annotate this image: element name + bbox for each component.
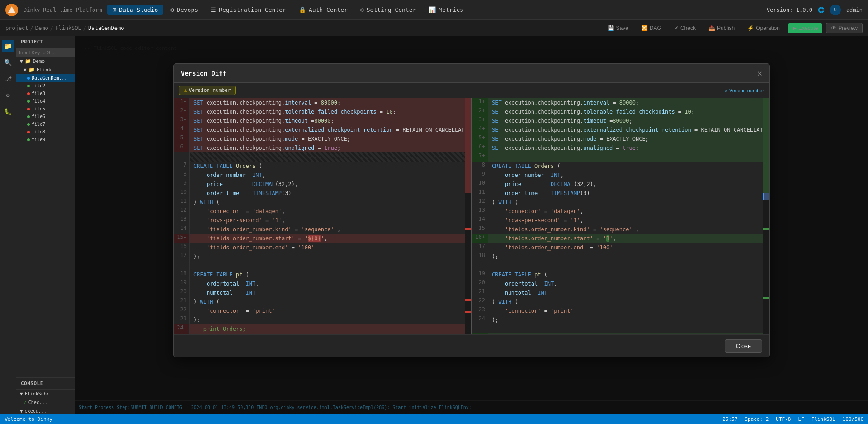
- nav-right: Version: 1.0.0 🌐 U admin: [767, 5, 863, 15]
- code-line: 16+ 'fields.order_number.start' = '1',: [472, 234, 763, 243]
- modal-toolbar: ⚠ Version number ○ Version number: [174, 83, 769, 98]
- publish-button[interactable]: 📤 Publish: [704, 23, 739, 33]
- execute-button[interactable]: ▶ Execute: [788, 23, 822, 33]
- operation-button[interactable]: ⚡ Operation: [743, 23, 784, 33]
- code-line: 19 CREATE TABLE pt (: [472, 270, 763, 279]
- code-line: 14 'fields.order_number.kind' = 'sequenc…: [174, 225, 465, 234]
- cursor-position: 25:57: [722, 416, 737, 422]
- code-line: 25+ insert into pt select 1 as ordertota…: [472, 333, 763, 334]
- tree-file9[interactable]: file9: [16, 136, 75, 143]
- breadcrumb-flinksql[interactable]: FlinkSQL: [55, 25, 81, 31]
- sidebar-icon-debug[interactable]: 🐛: [2, 105, 14, 118]
- tree-file8[interactable]: file8: [16, 128, 75, 136]
- warning-icon: ⚠: [184, 87, 187, 93]
- version-number-right-button[interactable]: ○ Version number: [724, 88, 764, 93]
- tree-flink[interactable]: ▼ 📁 Flink: [16, 66, 75, 74]
- save-button[interactable]: 💾 Save: [603, 23, 633, 33]
- code-line: 17 'fields.order_number.end' = '100': [472, 243, 763, 252]
- main-layout: 📁 🔍 ⎇ ⚙ 🐛 ⬡ Project ▼ 📁 Demo ▼ 📁 Flink D…: [0, 36, 868, 424]
- version-label: Version: 1.0.0: [767, 7, 812, 13]
- search-input[interactable]: [16, 48, 75, 57]
- modal-close-button[interactable]: ✕: [757, 68, 762, 78]
- user-avatar[interactable]: U: [830, 5, 841, 15]
- tree-file4[interactable]: file4: [16, 97, 75, 105]
- close-button[interactable]: Close: [725, 339, 762, 353]
- code-line: 4+ SET execution.checkpointing.externali…: [472, 125, 763, 134]
- tree-file3[interactable]: file3: [16, 90, 75, 97]
- app-logo: [5, 4, 18, 16]
- nav-auth[interactable]: 🔒 Auth Center: [293, 5, 353, 15]
- code-line: 15 'fields.order_number.kind' = 'sequenc…: [472, 225, 763, 234]
- code-line: 3+ SET execution.checkpointing.timeout =…: [472, 116, 763, 125]
- sidebar-icons: 📁 🔍 ⎇ ⚙ 🐛 ⬡: [0, 36, 16, 424]
- console-check[interactable]: ✓ Chec...: [16, 398, 75, 407]
- tree-file5[interactable]: file5: [16, 105, 75, 113]
- project-panel: Project ▼ 📁 Demo ▼ 📁 Flink DataGenDem...…: [16, 36, 75, 424]
- code-line: [472, 261, 763, 270]
- modal-header: Version Diff ✕: [174, 64, 769, 83]
- sidebar-icon-settings[interactable]: ⚙: [2, 89, 14, 101]
- top-nav: Dinky Real-time Platform ⊞ Data Studio ⚙…: [0, 0, 868, 20]
- dag-button[interactable]: 🔀 DAG: [637, 23, 666, 33]
- diff-panel-right[interactable]: 1+ SET execution.checkpointing.interval …: [472, 98, 769, 334]
- code-line: 20 numtotal INT: [174, 288, 465, 297]
- tree-datagendem[interactable]: DataGenDem...: [16, 74, 75, 82]
- nav-setting[interactable]: ⚙ Setting Center: [355, 5, 421, 15]
- breadcrumb-project[interactable]: project: [5, 25, 28, 31]
- code-line: 16 'fields.order_number.end' = '100': [174, 243, 465, 252]
- code-line: [174, 261, 465, 270]
- nav-devops[interactable]: ⚙ Devops: [165, 5, 203, 15]
- preview-button[interactable]: 👁 Preview: [826, 23, 863, 33]
- code-line: 8 CREATE TABLE Orders (: [472, 162, 763, 171]
- code-line: 23 );: [174, 315, 465, 324]
- nav-data-studio[interactable]: ⊞ Data Studio: [107, 5, 163, 15]
- diff-panel-left[interactable]: 1- SET execution.checkpointing.interval …: [174, 98, 472, 334]
- code-line: 24- -- print Orders;: [174, 324, 465, 333]
- nav-registration[interactable]: ☰ Registration Center: [205, 5, 292, 15]
- preview-icon: 👁: [831, 25, 836, 31]
- nav-metrics[interactable]: 📊 Metrics: [423, 5, 469, 15]
- code-line: 8 order_number INT,: [174, 171, 465, 180]
- code-line: 17 );: [174, 252, 465, 261]
- status-dot: [27, 123, 30, 126]
- line-ending: LF: [798, 416, 804, 422]
- version-warning-badge: ⚠ Version number: [179, 86, 236, 95]
- console-flinksub[interactable]: ▼ FlinkSubr...: [16, 390, 75, 398]
- code-line: 14 'rows-per-second' = '1',: [472, 216, 763, 225]
- code-line: 19 ordertotal INT,: [174, 279, 465, 288]
- code-line: 7+: [472, 152, 763, 162]
- encoding: UTF-8: [776, 416, 791, 422]
- status-dot: [27, 92, 30, 95]
- tree-file7[interactable]: file7: [16, 120, 75, 128]
- status-dot: [27, 77, 30, 80]
- circle-icon: ○: [724, 88, 727, 93]
- code-line: 1+ SET execution.checkpointing.interval …: [472, 98, 763, 107]
- version-diff-modal: Version Diff ✕ ⚠ Version number ○ Versio…: [173, 63, 770, 357]
- sidebar-icon-search[interactable]: 🔍: [2, 56, 14, 69]
- status-dot: [27, 100, 30, 103]
- modal-overlay: Version Diff ✕ ⚠ Version number ○ Versio…: [75, 36, 868, 424]
- welcome-message: Welcome to Dinky !: [5, 416, 58, 422]
- breadcrumb-demo[interactable]: Demo: [35, 25, 48, 31]
- console-title: Console: [16, 378, 75, 390]
- tree-file2[interactable]: file2: [16, 82, 75, 90]
- code-line: 13 'connector' = 'datagen',: [472, 207, 763, 216]
- code-line: 12 ) WITH (: [472, 198, 763, 207]
- code-line: [174, 152, 465, 162]
- user-label: admin: [846, 7, 863, 13]
- code-line: 10 price DECIMAL(32,2),: [472, 180, 763, 189]
- publish-icon: 📤: [708, 25, 715, 31]
- panel-title: Project: [16, 36, 75, 48]
- code-line: 22 ) WITH (: [472, 297, 763, 306]
- check-button[interactable]: ✔ Check: [670, 23, 700, 33]
- operation-icon: ⚡: [747, 25, 754, 31]
- code-line: 2+ SET execution.checkpointing.tolerable…: [472, 107, 763, 116]
- code-line: 23 'connector' = 'print': [472, 306, 763, 315]
- sidebar-icon-explorer[interactable]: 📁: [2, 40, 14, 52]
- code-line: 5+ SET execution.checkpointing.mode = EX…: [472, 134, 763, 143]
- metrics-icon: 📊: [429, 6, 436, 13]
- code-line: 12 'connector' = 'datagen',: [174, 207, 465, 216]
- tree-file6[interactable]: file6: [16, 113, 75, 120]
- sidebar-icon-git[interactable]: ⎇: [2, 72, 14, 85]
- tree-demo[interactable]: ▼ 📁 Demo: [16, 57, 75, 66]
